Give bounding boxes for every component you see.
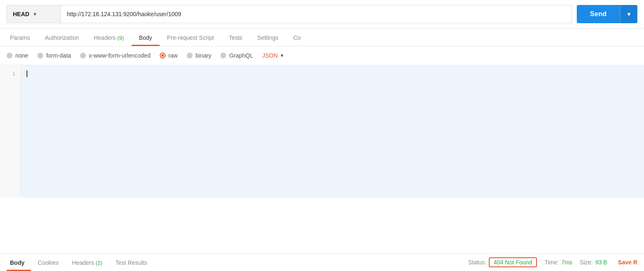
headers-badge: (9) — [117, 35, 124, 41]
cursor-line — [27, 69, 638, 78]
text-cursor — [27, 70, 27, 77]
method-dropdown-icon: ▼ — [33, 12, 37, 17]
request-tabs: Params Authorization Headers (9) Body Pr… — [0, 29, 644, 46]
tab-cookies-partial[interactable]: Co — [286, 29, 308, 46]
send-dropdown-button[interactable]: ▼ — [620, 5, 637, 23]
radio-circle-form-data — [37, 53, 43, 58]
send-btn-group: Send ▼ — [577, 5, 637, 23]
bottom-tab-headers[interactable]: Headers (2) — [66, 254, 109, 271]
radio-circle-raw — [160, 53, 166, 58]
tab-params[interactable]: Params — [7, 29, 37, 46]
radio-raw[interactable]: raw — [160, 52, 178, 59]
editor-content[interactable] — [21, 65, 644, 198]
bottom-tab-test-results[interactable]: Test Results — [109, 254, 154, 271]
line-numbers: 1 — [0, 65, 21, 198]
bottom-tab-cookies[interactable]: Cookies — [31, 254, 66, 271]
radio-circle-urlencoded — [80, 53, 86, 58]
tab-authorization[interactable]: Authorization — [37, 29, 86, 46]
radio-none[interactable]: none — [7, 52, 28, 59]
radio-form-data[interactable]: form-data — [37, 52, 71, 59]
bottom-right-info: Status: 404 Not Found Time: 7ms Size: 93… — [468, 257, 637, 267]
save-response-button[interactable]: Save R — [618, 259, 637, 266]
time-value: 7ms — [561, 259, 572, 266]
size-label: Size: — [580, 259, 593, 266]
radio-circle-binary — [187, 53, 193, 58]
size-value: 93 B — [595, 259, 607, 266]
tab-tests[interactable]: Tests — [221, 29, 250, 46]
editor-area: 1 — [0, 65, 644, 198]
format-selector[interactable]: JSON ▼ — [262, 52, 284, 59]
status-label: Status: — [468, 259, 486, 266]
radio-graphql[interactable]: GraphQL — [220, 52, 253, 59]
bottom-tabs: Body Cookies Headers (2) Test Results St… — [0, 254, 644, 271]
method-label: HEAD — [13, 11, 29, 17]
top-bar: HEAD ▼ Send ▼ — [0, 0, 644, 29]
bottom-section: Body Cookies Headers (2) Test Results St… — [0, 253, 644, 271]
url-input[interactable] — [61, 5, 572, 23]
radio-circle-graphql — [220, 53, 226, 58]
tab-pre-request[interactable]: Pre-request Script — [160, 29, 222, 46]
radio-circle-none — [7, 53, 12, 58]
line-number-1: 1 — [0, 69, 20, 78]
radio-binary[interactable]: binary — [187, 52, 211, 59]
time-label: Time: — [544, 259, 559, 266]
send-button[interactable]: Send — [577, 5, 620, 23]
method-selector[interactable]: HEAD ▼ — [7, 5, 61, 23]
tab-body[interactable]: Body — [132, 29, 160, 46]
tab-headers[interactable]: Headers (9) — [86, 29, 132, 46]
tab-settings[interactable]: Settings — [250, 29, 286, 46]
format-dropdown-icon: ▼ — [280, 53, 284, 58]
status-value: 404 Not Found — [489, 257, 537, 267]
bottom-headers-badge: (2) — [95, 260, 102, 266]
bottom-tab-body[interactable]: Body — [7, 254, 31, 271]
body-options: none form-data x-www-form-urlencoded raw… — [0, 46, 644, 65]
radio-urlencoded[interactable]: x-www-form-urlencoded — [80, 52, 151, 59]
